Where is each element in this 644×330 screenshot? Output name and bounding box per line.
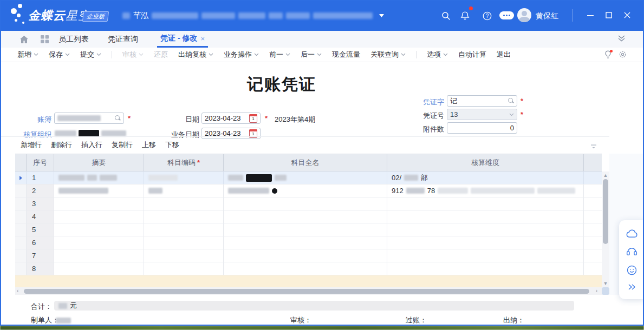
table-row[interactable]: 7 bbox=[15, 249, 602, 262]
bizdate-input[interactable]: 2023-04-23 bbox=[201, 128, 261, 139]
close-button[interactable] bbox=[623, 11, 632, 19]
organization-selector[interactable]: 芊泓 bbox=[122, 11, 384, 21]
cell-account-name[interactable] bbox=[224, 210, 387, 223]
tab-employee-list[interactable]: 员工列表 bbox=[58, 31, 89, 48]
cell-dimension[interactable] bbox=[387, 249, 584, 262]
cell-summary[interactable] bbox=[54, 171, 144, 184]
vertical-scroll-thumb[interactable] bbox=[603, 179, 608, 244]
cell-summary[interactable] bbox=[54, 210, 144, 223]
vertical-scrollbar[interactable]: ▲ ▼ bbox=[602, 171, 609, 287]
minimize-button[interactable] bbox=[586, 11, 595, 19]
move-up-button[interactable]: 上移 bbox=[142, 140, 156, 150]
cell-account-code[interactable] bbox=[144, 236, 224, 249]
lookup-icon[interactable] bbox=[508, 98, 514, 104]
toolbar-next[interactable]: 后一 bbox=[301, 50, 322, 60]
cell-account-name[interactable] bbox=[224, 184, 387, 197]
header-account-name[interactable]: 科目全名 bbox=[224, 154, 387, 171]
cell-account-code[interactable] bbox=[144, 197, 224, 210]
horizontal-scroll-thumb[interactable] bbox=[24, 289, 589, 294]
maximize-button[interactable] bbox=[604, 11, 613, 19]
cell-account-name[interactable] bbox=[224, 236, 387, 249]
row-select-indicator[interactable] bbox=[15, 210, 27, 223]
header-seq[interactable]: 序号 bbox=[27, 154, 54, 171]
headset-icon[interactable] bbox=[626, 246, 638, 256]
table-row[interactable]: 2 91278 bbox=[15, 184, 602, 197]
tab-voucher-edit[interactable]: 凭证 - 修改 × bbox=[157, 31, 208, 48]
table-row[interactable]: 6 bbox=[15, 236, 602, 249]
cell-account-name[interactable] bbox=[224, 249, 387, 262]
toolbar-exit[interactable]: 退出 bbox=[497, 50, 511, 60]
cell-extra[interactable] bbox=[584, 262, 602, 275]
cell-extra[interactable] bbox=[584, 223, 602, 236]
table-row[interactable]: 8 bbox=[15, 262, 602, 275]
row-select-indicator[interactable] bbox=[15, 236, 27, 249]
avatar[interactable] bbox=[517, 8, 531, 22]
cloud-icon[interactable] bbox=[626, 229, 638, 238]
move-down-button[interactable]: 下移 bbox=[165, 140, 179, 150]
search-icon[interactable] bbox=[441, 11, 451, 21]
cell-account-code[interactable] bbox=[144, 171, 224, 184]
toolbar-related-query[interactable]: 关联查询 bbox=[370, 50, 406, 60]
cell-account-code[interactable] bbox=[144, 223, 224, 236]
table-row[interactable]: 1 02/部 bbox=[15, 171, 602, 184]
tab-close-icon[interactable]: × bbox=[200, 35, 205, 43]
scroll-up-icon[interactable]: ▲ bbox=[602, 173, 609, 178]
help-icon[interactable]: ? bbox=[482, 11, 492, 21]
table-row[interactable]: 3 bbox=[15, 197, 602, 210]
caret-down-icon[interactable] bbox=[379, 14, 384, 17]
cell-summary[interactable] bbox=[54, 184, 144, 197]
calendar-icon[interactable] bbox=[249, 114, 257, 123]
cell-summary[interactable] bbox=[54, 236, 144, 249]
tab-voucher-query[interactable]: 凭证查询 bbox=[108, 31, 138, 48]
row-select-indicator[interactable] bbox=[15, 223, 27, 236]
notification-bell-icon[interactable] bbox=[460, 11, 470, 21]
date-input[interactable]: 2023-04-23 bbox=[201, 113, 261, 124]
cell-summary[interactable] bbox=[54, 197, 144, 210]
row-select-indicator[interactable] bbox=[15, 171, 27, 184]
cell-account-code[interactable] bbox=[144, 184, 224, 197]
cell-extra[interactable] bbox=[584, 210, 602, 223]
apps-grid-icon[interactable] bbox=[41, 35, 49, 45]
toolbar-submit[interactable]: 提交 bbox=[80, 50, 101, 60]
lookup-icon[interactable] bbox=[115, 115, 121, 121]
table-row[interactable]: 4 bbox=[15, 210, 602, 223]
copy-row-button[interactable]: 复制行 bbox=[112, 140, 133, 150]
toolbar-previous[interactable]: 前一 bbox=[269, 50, 290, 60]
toolbar-new[interactable]: 新增 bbox=[17, 50, 38, 60]
home-icon[interactable] bbox=[19, 35, 29, 45]
user-name[interactable]: 黄保红 bbox=[536, 11, 558, 21]
row-select-indicator[interactable] bbox=[15, 249, 27, 262]
settings-gear-icon[interactable] bbox=[619, 50, 627, 60]
add-row-button[interactable]: 新增行 bbox=[21, 140, 42, 150]
voucher-word-input[interactable]: 记 bbox=[447, 95, 517, 107]
header-account-code[interactable]: 科目编码* bbox=[144, 154, 224, 171]
cell-account-code[interactable] bbox=[144, 249, 224, 262]
cell-dimension[interactable] bbox=[387, 236, 584, 249]
row-select-indicator[interactable] bbox=[15, 262, 27, 275]
toolbar-cash-flow[interactable]: 现金流量 bbox=[332, 50, 360, 60]
cell-account-code[interactable] bbox=[144, 210, 224, 223]
row-select-indicator[interactable] bbox=[15, 184, 27, 197]
cell-account-code[interactable] bbox=[144, 262, 224, 275]
cell-dimension[interactable] bbox=[387, 262, 584, 275]
toolbar-auto-calc[interactable]: 自动计算 bbox=[458, 50, 486, 60]
grid-collapse-icon[interactable] bbox=[590, 142, 597, 150]
cell-extra[interactable] bbox=[584, 236, 602, 249]
cell-summary[interactable] bbox=[54, 223, 144, 236]
attachments-input[interactable]: 0 bbox=[447, 122, 517, 134]
table-row[interactable]: 5 bbox=[15, 223, 602, 236]
scroll-down-icon[interactable]: ▼ bbox=[602, 281, 609, 286]
cell-dimension[interactable] bbox=[387, 210, 584, 223]
scroll-right-icon[interactable]: › bbox=[596, 288, 597, 294]
feedback-smiley-icon[interactable] bbox=[627, 265, 637, 275]
horizontal-scrollbar[interactable]: ‹ › bbox=[15, 287, 602, 295]
scroll-left-icon[interactable]: ‹ bbox=[17, 288, 18, 294]
cell-extra[interactable] bbox=[584, 171, 602, 184]
cell-summary[interactable] bbox=[54, 249, 144, 262]
cell-dimension[interactable]: 91278 bbox=[387, 184, 584, 197]
cell-account-name[interactable] bbox=[224, 223, 387, 236]
header-summary[interactable]: 摘要 bbox=[54, 154, 144, 171]
cell-extra[interactable] bbox=[584, 197, 602, 210]
insert-row-button[interactable]: 插入行 bbox=[81, 140, 102, 150]
assistant-icon[interactable] bbox=[499, 11, 514, 19]
